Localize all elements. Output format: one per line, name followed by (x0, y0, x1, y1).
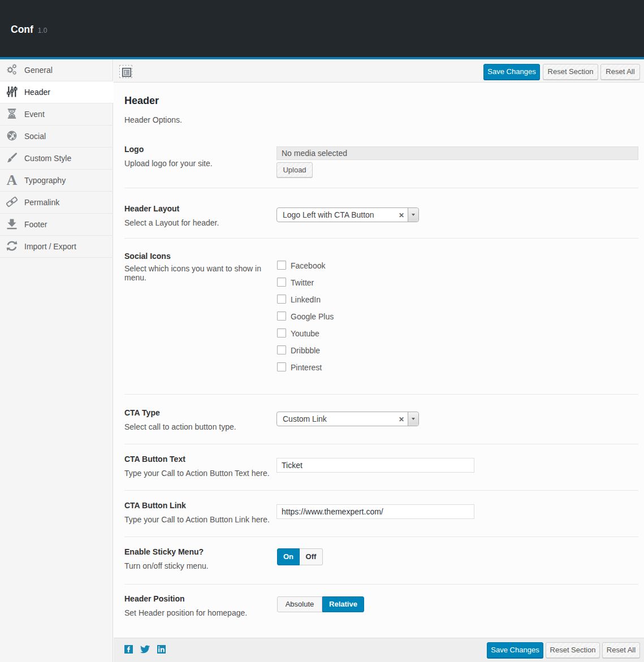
svg-text:A: A (7, 174, 18, 185)
